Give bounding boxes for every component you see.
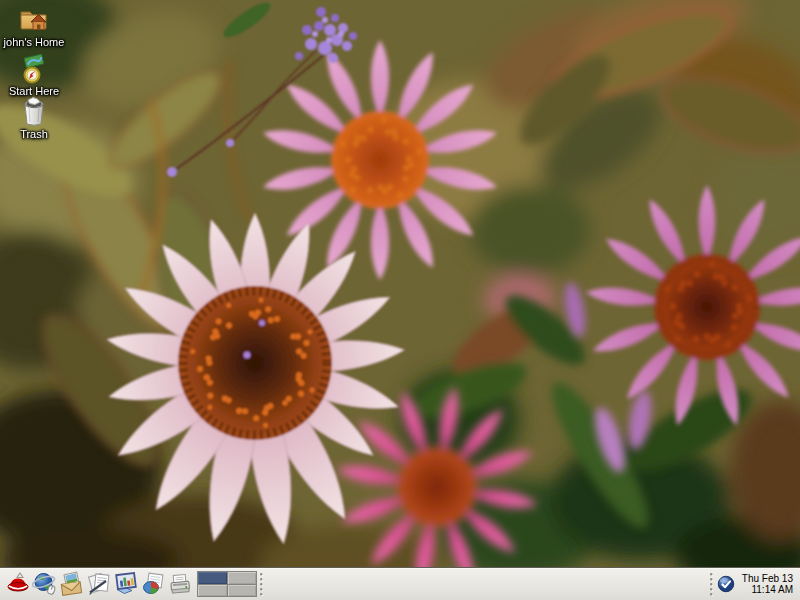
desktop-screen: john's Home Start Here [0,0,800,600]
workspace-4[interactable] [228,585,257,597]
workspace-1[interactable] [198,572,227,584]
print-manager-button[interactable] [166,569,193,599]
email-client-button[interactable] [58,569,85,599]
panel-drag-handle-left[interactable] [257,571,266,597]
desktop-icon-trash[interactable]: Trash [2,95,66,140]
taskbar-panel: Thu Feb 13 11:14 AM [0,567,800,600]
word-processor-button[interactable] [85,569,112,599]
red-hat-icon [5,571,31,597]
grip-dots-icon [708,571,715,597]
trash-can-icon [19,95,49,127]
main-menu-button[interactable] [4,569,31,599]
grip-dots-icon [258,571,265,597]
desktop-icon-label: Trash [20,128,48,140]
globe-mouse-icon [32,571,58,597]
desktop-icon-start-here[interactable]: Start Here [2,54,66,97]
clock-time: 11:14 AM [742,584,793,595]
workspace-3[interactable] [198,585,227,597]
web-browser-button[interactable] [31,569,58,599]
update-alert-button[interactable] [717,575,735,593]
workspace-2[interactable] [228,572,257,584]
clock-date: Thu Feb 13 [742,573,793,584]
documents-pen-icon [86,571,112,597]
house-folder-icon [18,5,50,35]
bar-chart-screen-icon [113,571,139,597]
workspace-switcher[interactable] [197,571,257,597]
envelope-photo-icon [59,571,85,597]
clock-applet[interactable]: Thu Feb 13 11:14 AM [742,573,793,595]
presentation-button[interactable] [112,569,139,599]
desktop-icon-label: john's Home [4,36,65,48]
flag-compass-icon [18,54,50,84]
printer-icon [167,571,193,597]
spreadsheet-button[interactable] [139,569,166,599]
desktop-icon-home[interactable]: john's Home [2,5,66,48]
panel-drag-handle-right[interactable] [707,571,716,597]
blue-circle-check-icon [717,575,735,593]
desktop-wallpaper [0,0,800,600]
pie-chart-sheet-icon [140,571,166,597]
